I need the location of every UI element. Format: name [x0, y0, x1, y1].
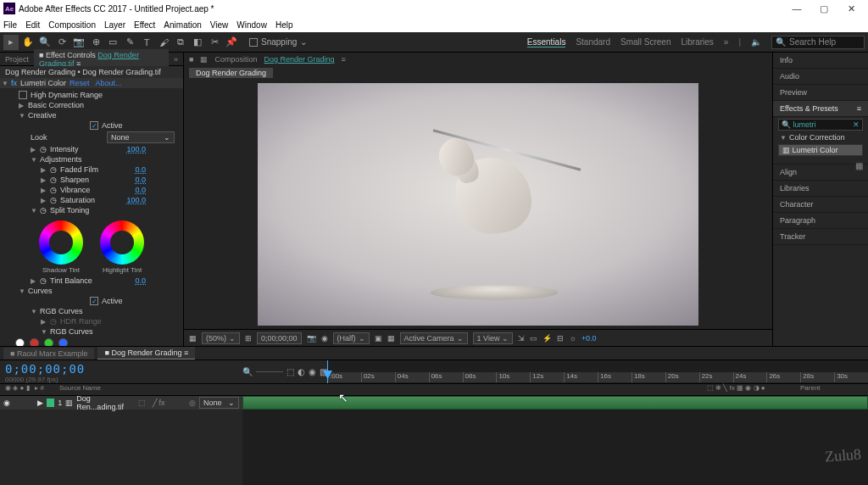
- hdr-checkbox[interactable]: [19, 91, 27, 99]
- twirl-icon[interactable]: ▶: [37, 399, 43, 407]
- menu-composition[interactable]: Composition: [48, 20, 96, 30]
- alpha-icon[interactable]: ▦: [189, 334, 197, 343]
- panel-paragraph[interactable]: Paragraph: [773, 213, 868, 229]
- time-ruler[interactable]: :00s02s04s06s08s10s12s14s16s18s20s22s24s…: [327, 360, 868, 383]
- close-button[interactable]: ✕: [837, 3, 865, 14]
- channel-icon[interactable]: ◉: [321, 334, 328, 343]
- twirl-icon[interactable]: ▼: [2, 80, 8, 87]
- panel-libraries[interactable]: Libraries: [773, 181, 868, 197]
- snapshot-icon[interactable]: 📷: [307, 334, 316, 343]
- clock-icon[interactable]: ◷: [40, 276, 47, 285]
- clock-icon[interactable]: ◷: [50, 186, 57, 194]
- about-link[interactable]: About...: [96, 79, 122, 87]
- highlight-tint-wheel[interactable]: [100, 220, 144, 265]
- brush-tool[interactable]: 🖌: [156, 35, 171, 50]
- puppet-tool[interactable]: 📌: [224, 35, 239, 50]
- menu-layer[interactable]: Layer: [104, 20, 125, 30]
- minimize-button[interactable]: —: [783, 3, 810, 14]
- composition-canvas[interactable]: [258, 83, 698, 326]
- workspace-libraries[interactable]: Libraries: [681, 37, 713, 47]
- camera-dropdown[interactable]: Active Camera⌄: [400, 332, 468, 344]
- panel-info[interactable]: Info: [773, 53, 868, 69]
- timeline-icon[interactable]: ⊟: [557, 334, 564, 343]
- twirl-icon[interactable]: ▼: [31, 207, 36, 215]
- menu-view[interactable]: View: [210, 20, 229, 30]
- timeline-tab-1[interactable]: ■ Raoul Marx Example: [3, 348, 94, 360]
- preset-lumetri-color[interactable]: ▥ Lumetri Color: [778, 144, 863, 156]
- parent-dropdown[interactable]: None⌄: [199, 397, 239, 409]
- workspace-overflow-icon[interactable]: »: [724, 37, 729, 47]
- camera-tool[interactable]: 📷: [71, 35, 86, 50]
- panel-effects-presets[interactable]: Effects & Presets≡: [773, 101, 868, 117]
- clone-tool[interactable]: ⧉: [173, 35, 188, 50]
- reset-exposure-icon[interactable]: ☼: [569, 334, 576, 343]
- comp-link[interactable]: Dog Render Grading: [264, 55, 334, 64]
- search-icon[interactable]: 🔍: [242, 367, 253, 376]
- menu-window[interactable]: Window: [236, 20, 267, 30]
- presets-search-input[interactable]: 🔍 lumetri✕: [778, 119, 863, 131]
- twirl-icon[interactable]: ▶: [19, 102, 25, 109]
- panel-character[interactable]: Character: [773, 197, 868, 213]
- twirl-icon[interactable]: ▼: [31, 308, 36, 315]
- panel-align[interactable]: Align: [773, 164, 868, 181]
- menu-edit[interactable]: Edit: [25, 20, 40, 30]
- frame-blend-icon[interactable]: ◐: [298, 367, 305, 376]
- exposure-value[interactable]: +0.0: [581, 334, 597, 343]
- snapping-toggle[interactable]: Snapping ⌄: [249, 37, 307, 47]
- panel-audio[interactable]: Audio: [773, 69, 868, 85]
- faded-film-value[interactable]: 0.0: [135, 165, 146, 174]
- pen-tool[interactable]: ✎: [122, 35, 137, 50]
- menu-help[interactable]: Help: [275, 20, 293, 30]
- tab-overflow-icon[interactable]: »: [169, 53, 183, 65]
- pixel-aspect-icon[interactable]: ▭: [530, 334, 537, 343]
- shadow-tint-wheel[interactable]: [39, 220, 83, 265]
- menu-effect[interactable]: Effect: [134, 20, 155, 30]
- panel-preview[interactable]: Preview: [773, 85, 868, 101]
- fast-preview-icon[interactable]: ⚡: [542, 334, 552, 343]
- menu-animation[interactable]: Animation: [164, 20, 201, 30]
- comp-tab[interactable]: Dog Render Grading: [189, 68, 273, 78]
- clock-icon[interactable]: ◷: [50, 165, 57, 174]
- layer-color-swatch[interactable]: [47, 399, 54, 407]
- workspace-essentials[interactable]: Essentials: [527, 37, 566, 47]
- resolution-icon[interactable]: ⊞: [245, 334, 252, 343]
- section-curves[interactable]: Curves: [28, 287, 53, 295]
- clear-icon[interactable]: ✕: [853, 120, 860, 129]
- resolution-dropdown[interactable]: (Half)⌄: [333, 332, 370, 344]
- hand-tool[interactable]: ✋: [20, 35, 36, 50]
- layer-row-1[interactable]: ◉ ▶ 1 ▥ Dog Ren...ading.tif ⬚ ╱ fx ◎ Non…: [0, 396, 242, 410]
- intensity-value[interactable]: 100.0: [126, 145, 146, 153]
- twirl-icon[interactable]: ▼: [31, 156, 36, 164]
- selection-tool[interactable]: ▸: [3, 35, 19, 50]
- section-creative[interactable]: Creative: [28, 111, 57, 120]
- share-icon[interactable]: ⇲: [518, 334, 525, 343]
- twirl-icon[interactable]: ▼: [19, 287, 25, 295]
- clock-icon[interactable]: ◷: [40, 145, 47, 153]
- layer-duration-bar[interactable]: [242, 396, 868, 410]
- sharpen-value[interactable]: 0.0: [135, 176, 146, 184]
- eye-icon[interactable]: ◉: [3, 399, 10, 407]
- reset-link[interactable]: Reset: [70, 79, 90, 87]
- rect-tool[interactable]: ▭: [105, 35, 120, 50]
- snapping-checkbox[interactable]: [249, 38, 258, 47]
- timecode-display[interactable]: 0;00;00;00: [5, 362, 237, 376]
- active-checkbox[interactable]: ✓: [90, 121, 98, 130]
- layer-track-area[interactable]: [242, 396, 868, 485]
- roto-tool[interactable]: ✂: [207, 35, 222, 50]
- zoom-tool[interactable]: 🔍: [37, 35, 53, 50]
- rotate-tool[interactable]: ⟳: [54, 35, 70, 50]
- playhead[interactable]: [327, 360, 328, 383]
- twirl-icon[interactable]: ▼: [780, 134, 786, 142]
- zoom-dropdown[interactable]: (50%)⌄: [202, 332, 240, 344]
- clock-icon[interactable]: ◷: [40, 206, 47, 215]
- menu-file[interactable]: File: [3, 20, 17, 30]
- lock-icon[interactable]: ■: [189, 55, 193, 64]
- panel-tracker[interactable]: Tracker: [773, 229, 868, 245]
- workspace-small-screen[interactable]: Small Screen: [620, 37, 670, 47]
- time-display[interactable]: 0;00;00;00: [257, 332, 302, 344]
- effect-toggle-icon[interactable]: fx: [11, 79, 17, 87]
- audio-icon[interactable]: 🔈: [751, 37, 761, 47]
- look-dropdown[interactable]: None⌄: [107, 131, 175, 143]
- twirl-icon[interactable]: ▼: [19, 112, 25, 120]
- timeline-tab-2[interactable]: ■ Dog Render Grading ≡: [97, 347, 195, 360]
